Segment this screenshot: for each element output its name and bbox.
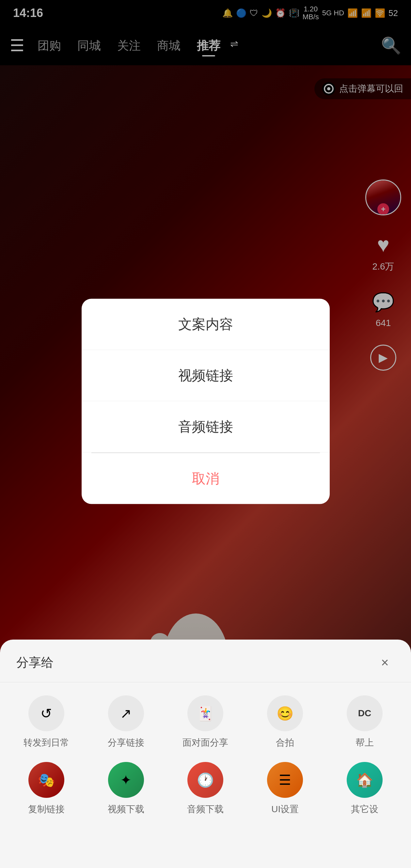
- share-item-uisettings[interactable]: ☰ UI设置: [245, 762, 325, 815]
- share-item-link[interactable]: ↗ 分享链接: [86, 695, 166, 749]
- uisettings-icon: ☰: [267, 762, 303, 798]
- copylink-icon: 🎭: [28, 762, 64, 798]
- videodownload-icon: ✦: [108, 762, 144, 798]
- share-sheet: 分享给 × ↺ 转发到日常 ↗ 分享链接 🃏 面对面分享 😊 合拍 DC 帮上 …: [0, 640, 411, 868]
- dialog-item-yinpinlianjie[interactable]: 音频链接: [82, 401, 330, 453]
- videodownload-label: 视频下载: [108, 803, 144, 815]
- repost-icon: ↺: [28, 695, 64, 731]
- share-item-collab[interactable]: 😊 合拍: [245, 695, 325, 749]
- share-item-videodownload[interactable]: ✦ 视频下载: [86, 762, 166, 815]
- other-icon: 🏠: [347, 762, 383, 798]
- sharelink-label: 分享链接: [108, 737, 144, 749]
- share-item-audiodownload[interactable]: 🕐 音频下载: [166, 762, 245, 815]
- copylink-label: 复制链接: [28, 803, 65, 815]
- share-header: 分享给 ×: [0, 653, 411, 682]
- help-icon: DC: [347, 695, 383, 731]
- audiodownload-label: 音频下载: [187, 803, 224, 815]
- dialog-item-shipinlianjie[interactable]: 视频链接: [82, 350, 330, 401]
- dialog-item-wencanneirong[interactable]: 文案内容: [82, 299, 330, 350]
- share-item-other[interactable]: 🏠 其它设: [325, 762, 405, 815]
- sharelink-icon: ↗: [108, 695, 144, 731]
- action-dialog: 文案内容 视频链接 音频链接 取消: [82, 299, 330, 504]
- share-item-repost[interactable]: ↺ 转发到日常: [6, 695, 86, 749]
- help-label: 帮上: [355, 737, 374, 749]
- share-close-button[interactable]: ×: [375, 653, 395, 672]
- share-item-copylink[interactable]: 🎭 复制链接: [6, 762, 86, 815]
- other-label: 其它设: [351, 803, 378, 815]
- repost-label: 转发到日常: [24, 737, 69, 749]
- uisettings-label: UI设置: [271, 803, 299, 815]
- dialog-cancel-button[interactable]: 取消: [82, 453, 330, 504]
- share-row-2: 🎭 复制链接 ✦ 视频下载 🕐 音频下载 ☰ UI设置 🏠 其它设: [0, 762, 411, 829]
- collab-icon: 😊: [267, 695, 303, 731]
- audiodownload-icon: 🕐: [187, 762, 223, 798]
- collab-label: 合拍: [276, 737, 294, 749]
- share-item-help[interactable]: DC 帮上: [325, 695, 405, 749]
- share-item-facetoface[interactable]: 🃏 面对面分享: [166, 695, 245, 749]
- facetoface-label: 面对面分享: [182, 737, 228, 749]
- share-title: 分享给: [16, 654, 54, 671]
- share-row-1: ↺ 转发到日常 ↗ 分享链接 🃏 面对面分享 😊 合拍 DC 帮上: [0, 682, 411, 762]
- facetoface-icon: 🃏: [187, 695, 223, 731]
